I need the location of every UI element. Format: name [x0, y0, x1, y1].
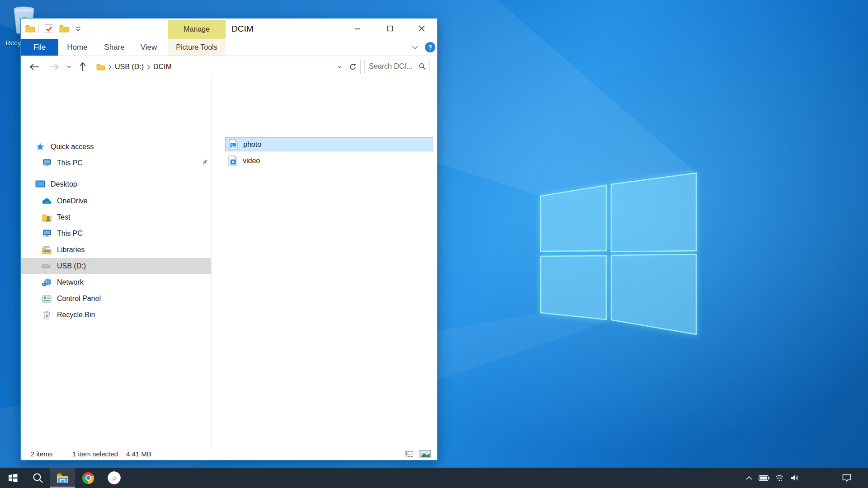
sidebar-item-libraries[interactable]: Libraries [21, 242, 211, 258]
refresh-icon [349, 63, 357, 71]
status-divider [168, 450, 168, 458]
tray-battery-button[interactable] [757, 468, 771, 488]
sidebar-item-recycle-bin[interactable]: ♻ Recycle Bin [21, 307, 211, 323]
sidebar-item-onedrive[interactable]: OneDrive [21, 193, 211, 209]
tab-home[interactable]: Home [58, 39, 96, 56]
back-arrow-icon [29, 63, 40, 70]
file-row-video[interactable]: video [225, 154, 433, 168]
up-button[interactable] [75, 60, 90, 74]
file-name: video [243, 157, 260, 165]
sidebar-item-usb-d[interactable]: USB (D:) [21, 258, 211, 274]
sidebar-item-this-pc[interactable]: This PC [21, 225, 211, 242]
libraries-icon [42, 245, 52, 254]
pin-icon[interactable] [201, 159, 208, 166]
recycle-bin-icon: ♻ [42, 310, 52, 319]
photo-file-icon [229, 139, 239, 150]
contextual-group-manage[interactable]: Manage [168, 20, 226, 39]
sidebar-item-label: USB (D:) [57, 262, 86, 270]
windows-logo [541, 173, 696, 334]
explorer-window: Manage DCIM File Home Share View Picture… [20, 18, 438, 460]
search-icon[interactable] [419, 63, 426, 70]
qat-properties-icon[interactable] [44, 24, 54, 33]
sidebar-item-control-panel[interactable]: Control Panel [21, 291, 211, 307]
help-button[interactable]: ? [425, 42, 435, 52]
breadcrumb-usb[interactable]: USB (D:) [115, 63, 144, 71]
taskbar-music-button[interactable]: ♫ [101, 468, 127, 488]
breadcrumb-chevron-icon [108, 65, 112, 70]
close-button[interactable] [411, 19, 432, 38]
search-placeholder: Search DCI... [369, 62, 412, 70]
maximize-button[interactable] [380, 19, 401, 38]
tray-chevron-icon [745, 476, 753, 480]
forward-button[interactable] [46, 60, 62, 74]
file-row-photo[interactable]: photo [225, 137, 433, 151]
maximize-icon [387, 25, 393, 32]
forward-arrow-icon [49, 63, 60, 70]
qat-customize-chevron-icon[interactable] [75, 26, 81, 32]
main-area: Quick access This PC [21, 74, 437, 448]
video-file-icon [228, 155, 238, 166]
network-icon [42, 278, 52, 287]
volume-icon [790, 474, 799, 482]
sidebar-item-test[interactable]: Test [21, 209, 211, 225]
wifi-icon [775, 474, 784, 482]
status-divider [65, 450, 65, 458]
refresh-button[interactable] [345, 60, 361, 74]
this-pc-icon [42, 229, 52, 238]
thumbnail-view-icon [420, 450, 431, 458]
recent-locations-button[interactable] [64, 60, 74, 74]
show-desktop-divider[interactable] [865, 470, 865, 485]
control-panel-icon [42, 294, 52, 303]
sidebar-item-quick-access[interactable]: Quick access [21, 139, 211, 155]
tray-wifi-button[interactable] [772, 468, 787, 488]
tab-file[interactable]: File [21, 39, 58, 56]
back-button[interactable] [26, 60, 42, 74]
file-explorer-icon [56, 473, 69, 483]
status-selection: 1 item selected [72, 450, 118, 458]
music-app-icon: ♫ [108, 471, 121, 484]
tab-picture-tools[interactable]: Picture Tools [168, 39, 226, 56]
title-bar[interactable]: Manage DCIM [21, 19, 437, 39]
tray-chevron-button[interactable] [742, 468, 756, 488]
sidebar-item-label: Libraries [57, 246, 85, 254]
start-button[interactable] [0, 468, 25, 488]
address-bar[interactable]: USB (D:) DCIM [92, 60, 346, 74]
chrome-icon [82, 472, 94, 484]
tab-share[interactable]: Share [96, 39, 132, 56]
breadcrumb-dcim[interactable]: DCIM [153, 63, 172, 71]
sidebar-item-network[interactable]: Network [21, 274, 211, 291]
taskbar-chrome-button[interactable] [75, 468, 101, 488]
expand-ribbon-button[interactable] [409, 42, 421, 52]
user-folder-icon [42, 213, 52, 222]
svg-text:♻: ♻ [45, 314, 48, 318]
qat-new-folder-icon[interactable] [59, 24, 69, 33]
minimize-button[interactable] [347, 19, 368, 38]
search-icon [32, 472, 44, 484]
sidebar-item-label: Network [57, 278, 84, 286]
sidebar-item-label: This PC [57, 230, 83, 238]
taskbar-search-button[interactable] [25, 468, 51, 488]
thumbnail-view-button[interactable] [419, 449, 431, 459]
sidebar-item-desktop[interactable]: Desktop [21, 176, 211, 192]
address-dropdown-button[interactable] [333, 60, 346, 74]
search-input[interactable]: Search DCI... [364, 60, 429, 73]
close-icon [419, 25, 425, 32]
window-folder-icon [25, 24, 35, 33]
address-row: USB (D:) DCIM Search DCI... [21, 60, 437, 74]
minimize-icon [354, 25, 361, 32]
details-view-button[interactable] [403, 449, 415, 459]
sidebar-item-label: Control Panel [57, 295, 101, 303]
pane-divider [211, 74, 212, 448]
sidebar-item-label: This PC [57, 159, 83, 167]
tab-view[interactable]: View [132, 39, 165, 56]
sidebar-item-this-pc-pinned[interactable]: This PC [21, 155, 211, 171]
chevron-down-icon [337, 65, 342, 69]
battery-icon [759, 475, 770, 481]
status-selection-size: 4.41 MB [126, 450, 151, 458]
sidebar-item-label: Quick access [51, 143, 94, 151]
tray-volume-button[interactable] [788, 468, 802, 488]
action-center-button[interactable] [838, 468, 855, 488]
windows-start-icon [7, 472, 19, 483]
sidebar-item-label: Recycle Bin [57, 311, 95, 319]
taskbar-file-explorer-button[interactable] [50, 468, 75, 488]
